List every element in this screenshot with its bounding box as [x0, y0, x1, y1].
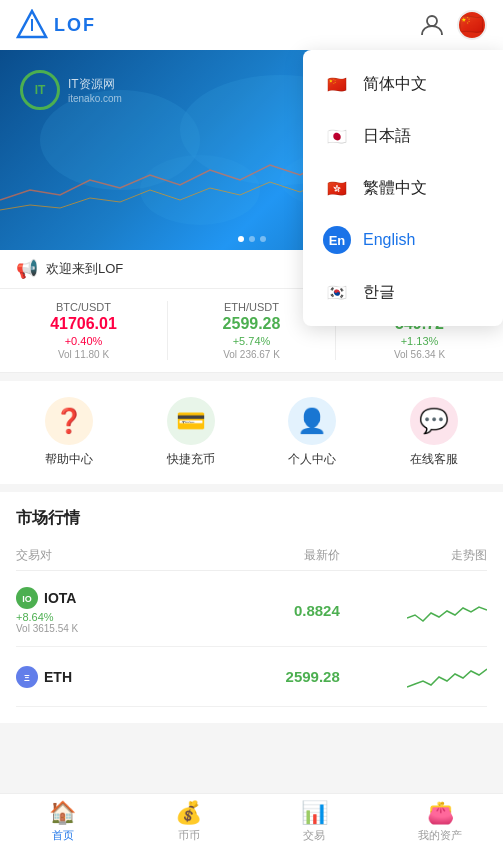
market-eth-info: Ξ ETH: [16, 666, 193, 688]
iota-coin-icon: IO: [16, 587, 38, 609]
language-dropdown: 🇨🇳 简体中文 🇯🇵 日本語 🇭🇰 繁體中文 En English 🇰🇷 한글: [303, 50, 503, 326]
lang-ja-label: 日本語: [363, 126, 411, 147]
topup-icon-circle: 💳: [167, 397, 215, 445]
flag-ja: 🇯🇵: [323, 122, 351, 150]
ticker-btc[interactable]: BTC/USDT 41706.01 +0.40% Vol 11.80 K: [0, 301, 168, 360]
logo: LOF: [16, 9, 96, 41]
market-icon: 💰: [175, 800, 202, 826]
speaker-icon: 📢: [16, 258, 38, 280]
flag-en: En: [323, 226, 351, 254]
svg-text:Ξ: Ξ: [24, 673, 30, 683]
profile-icon: 👤: [297, 407, 327, 435]
topup-icon: 💳: [176, 407, 206, 435]
action-topup-label: 快捷充币: [167, 451, 215, 468]
market-title: 市场行情: [16, 508, 487, 529]
lang-zh-tw-label: 繁體中文: [363, 178, 427, 199]
quick-actions: ❓ 帮助中心 💳 快捷充币 👤 个人中心 💬 在线客服: [0, 381, 503, 484]
home-icon: 🏠: [49, 800, 76, 826]
action-profile[interactable]: 👤 个人中心: [288, 397, 336, 468]
banner-watermark-text: IT资源网 itenako.com: [68, 76, 122, 104]
lang-zh-tw[interactable]: 🇭🇰 繁體中文: [303, 162, 503, 214]
market-iota-vol: Vol 3615.54 K: [16, 623, 193, 634]
ticker-bch-vol: Vol 56.34 K: [336, 349, 503, 360]
header-right: 🇨🇳: [419, 10, 487, 40]
ticker-bch-change: +1.13%: [336, 335, 503, 347]
lang-en[interactable]: En English: [303, 214, 503, 266]
nav-home[interactable]: 🏠 首页: [0, 794, 126, 849]
banner-dot-2[interactable]: [249, 236, 255, 242]
ticker-btc-change: +0.40%: [0, 335, 167, 347]
ticker-btc-vol: Vol 11.80 K: [0, 349, 167, 360]
lang-ko[interactable]: 🇰🇷 한글: [303, 266, 503, 318]
market-eth-name: Ξ ETH: [16, 666, 193, 688]
help-icon: ❓: [54, 407, 84, 435]
market-row-iota[interactable]: IO IOTA +8.64% Vol 3615.54 K 0.8824: [16, 575, 487, 647]
logo-text: LOF: [54, 15, 96, 36]
lang-ja[interactable]: 🇯🇵 日本語: [303, 110, 503, 162]
lang-ko-label: 한글: [363, 282, 395, 303]
eth-coin-icon: Ξ: [16, 666, 38, 688]
ticker-btc-price: 41706.01: [0, 315, 167, 333]
assets-icon: 👛: [427, 800, 454, 826]
svg-text:IO: IO: [22, 594, 32, 604]
nav-home-label: 首页: [52, 828, 74, 843]
action-topup[interactable]: 💳 快捷充币: [167, 397, 215, 468]
market-iota-name: IO IOTA: [16, 587, 193, 609]
market-col-price-header: 最新价: [193, 547, 340, 564]
action-support[interactable]: 💬 在线客服: [410, 397, 458, 468]
help-icon-circle: ❓: [45, 397, 93, 445]
language-flag[interactable]: 🇨🇳: [457, 10, 487, 40]
market-row-eth[interactable]: Ξ ETH 2599.28: [16, 647, 487, 707]
ticker-eth-change: +5.74%: [168, 335, 335, 347]
nav-market[interactable]: 💰 币币: [126, 794, 252, 849]
flag-zh-tw: 🇭🇰: [323, 174, 351, 202]
market-eth-price: 2599.28: [193, 668, 340, 685]
market-section: 市场行情 交易对 最新价 走势图 IO IOTA +8.64% Vol 3615…: [0, 492, 503, 723]
market-col-pair-header: 交易对: [16, 547, 193, 564]
lang-en-label: English: [363, 231, 415, 249]
action-profile-label: 个人中心: [288, 451, 336, 468]
action-help[interactable]: ❓ 帮助中心: [45, 397, 93, 468]
nav-assets[interactable]: 👛 我的资产: [377, 794, 503, 849]
flag-zh-cn: 🇨🇳: [323, 70, 351, 98]
svg-point-2: [427, 16, 437, 26]
support-icon-circle: 💬: [410, 397, 458, 445]
market-iota-sparkline: [340, 593, 487, 628]
ticker-btc-pair: BTC/USDT: [0, 301, 167, 313]
nav-trade[interactable]: 📊 交易: [252, 794, 378, 849]
bottom-nav: 🏠 首页 💰 币币 📊 交易 👛 我的资产: [0, 793, 503, 849]
header: LOF 🇨🇳: [0, 0, 503, 50]
market-iota-change: +8.64%: [16, 611, 193, 623]
nav-market-label: 币币: [178, 828, 200, 843]
profile-icon-circle: 👤: [288, 397, 336, 445]
user-icon[interactable]: [419, 12, 445, 38]
nav-trade-label: 交易: [303, 828, 325, 843]
market-iota-info: IO IOTA +8.64% Vol 3615.54 K: [16, 587, 193, 634]
lang-zh-cn[interactable]: 🇨🇳 简体中文: [303, 58, 503, 110]
flag-ko: 🇰🇷: [323, 278, 351, 306]
ticker-eth-vol: Vol 236.67 K: [168, 349, 335, 360]
action-support-label: 在线客服: [410, 451, 458, 468]
trade-icon: 📊: [301, 800, 328, 826]
banner-dots: [238, 236, 266, 242]
market-eth-sparkline: [340, 659, 487, 694]
support-icon: 💬: [419, 407, 449, 435]
lang-zh-cn-label: 简体中文: [363, 74, 427, 95]
action-help-label: 帮助中心: [45, 451, 93, 468]
banner-dot-1[interactable]: [238, 236, 244, 242]
nav-assets-label: 我的资产: [418, 828, 462, 843]
market-header: 交易对 最新价 走势图: [16, 541, 487, 571]
banner-circle-logo: IT: [20, 70, 60, 110]
banner-dot-3[interactable]: [260, 236, 266, 242]
market-col-chart-header: 走势图: [340, 547, 487, 564]
banner-logo-overlay: IT IT资源网 itenako.com: [20, 70, 122, 110]
logo-icon: [16, 9, 48, 41]
market-iota-price: 0.8824: [193, 602, 340, 619]
